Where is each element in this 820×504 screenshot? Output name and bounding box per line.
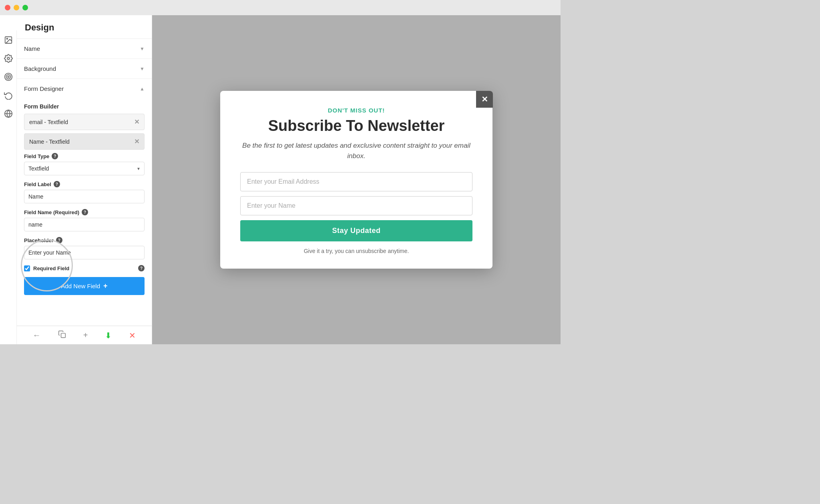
placeholder-label: Placeholder ? [24, 237, 145, 243]
background-section-header[interactable]: Background ▼ [17, 59, 152, 78]
required-help-icon[interactable]: ? [138, 265, 145, 271]
modal: ✕ DON'T MISS OUT! Subscribe To Newslette… [220, 91, 492, 269]
sidebar: Design Name ▼ Background ▼ Form Designe [0, 15, 152, 344]
titlebar [0, 0, 561, 15]
svg-point-5 [8, 76, 9, 78]
close-button[interactable] [5, 5, 10, 10]
background-section-label: Background [24, 65, 56, 72]
duplicate-icon[interactable] [58, 330, 66, 340]
plus-icon[interactable]: + [83, 331, 88, 340]
form-designer-section: Form Designer ▲ Form Builder email - Tex… [17, 79, 152, 326]
sidebar-header: Design [17, 15, 152, 39]
add-field-label: Add New Field [61, 283, 100, 289]
canvas: ✕ DON'T MISS OUT! Subscribe To Newslette… [152, 15, 561, 344]
field-type-label: Field Type ? [24, 153, 145, 159]
add-field-button[interactable]: Add New Field + [24, 277, 145, 295]
maximize-button[interactable] [22, 5, 28, 10]
name-chevron-icon: ▼ [140, 46, 145, 52]
modal-close-button[interactable]: ✕ [476, 91, 493, 108]
name-section-label: Name [24, 45, 40, 52]
svg-point-1 [6, 38, 8, 39]
email-input[interactable] [240, 172, 472, 191]
settings-icon[interactable] [3, 53, 14, 64]
name-input[interactable] [240, 196, 472, 215]
form-designer-chevron-icon: ▲ [140, 86, 145, 92]
email-field-label: email - Textfield [29, 119, 68, 125]
placeholder-help-icon[interactable]: ? [56, 237, 62, 243]
modal-pretitle: DON'T MISS OUT! [240, 107, 472, 114]
required-field-label: Required Field [24, 265, 69, 271]
name-field-item[interactable]: Name - Textfield ✕ [24, 133, 145, 150]
target-icon[interactable] [3, 71, 14, 82]
email-field-item[interactable]: email - Textfield ✕ [24, 114, 145, 130]
field-name-group: Field Name (Required) ? [24, 209, 145, 231]
submit-button[interactable]: Stay Updated [240, 220, 472, 241]
field-label-label: Field Label ? [24, 181, 145, 187]
name-remove-button[interactable]: ✕ [134, 138, 139, 145]
field-name-help-icon[interactable]: ? [82, 209, 88, 215]
field-type-select[interactable]: Textfield Email Textarea [24, 162, 145, 175]
field-name-label: Field Name (Required) ? [24, 209, 145, 215]
sidebar-inner: Design Name ▼ Background ▼ Form Designe [17, 15, 152, 344]
delete-icon[interactable]: ✕ [129, 331, 136, 340]
form-designer-content: Form Builder email - Textfield ✕ Name - … [17, 98, 152, 325]
form-builder-title: Form Builder [24, 98, 145, 114]
field-type-group: Field Type ? Textfield Email Textarea [24, 153, 145, 175]
minimize-button[interactable] [14, 5, 19, 10]
globe-icon[interactable] [3, 108, 14, 119]
sidebar-bottom: ← + ⬇ ✕ [17, 326, 152, 344]
form-designer-section-header[interactable]: Form Designer ▲ [17, 79, 152, 98]
image-icon[interactable] [3, 34, 14, 46]
background-section: Background ▼ [17, 59, 152, 79]
design-title: Design [25, 22, 144, 33]
field-name-input[interactable] [24, 218, 145, 231]
placeholder-input[interactable] [24, 246, 145, 259]
name-section: Name ▼ [17, 39, 152, 59]
download-icon[interactable]: ⬇ [105, 331, 112, 340]
field-type-help-icon[interactable]: ? [52, 153, 58, 159]
required-field-group: Required Field ? [24, 265, 145, 271]
name-field-label: Name - Textfield [29, 139, 70, 145]
svg-rect-8 [61, 333, 65, 338]
modal-title: Subscribe To Newsletter [240, 117, 472, 135]
app-body: Design Name ▼ Background ▼ Form Designe [0, 15, 561, 344]
back-icon[interactable]: ← [33, 331, 41, 340]
sidebar-left-icons [0, 30, 17, 344]
email-remove-button[interactable]: ✕ [134, 118, 139, 126]
close-icon: ✕ [481, 94, 488, 104]
svg-point-4 [6, 75, 10, 79]
background-chevron-icon: ▼ [140, 66, 145, 72]
name-section-header[interactable]: Name ▼ [17, 39, 152, 58]
required-field-checkbox[interactable] [24, 265, 30, 271]
add-icon: + [103, 282, 108, 290]
modal-footer: Give it a try, you can unsubscribe anyti… [240, 248, 472, 254]
history-icon[interactable] [3, 90, 14, 101]
svg-point-2 [7, 57, 10, 60]
field-label-help-icon[interactable]: ? [54, 181, 60, 187]
field-type-select-wrapper: Textfield Email Textarea [24, 162, 145, 175]
field-label-input[interactable] [24, 190, 145, 203]
modal-subtitle: Be the first to get latest updates and e… [240, 141, 472, 161]
placeholder-group: Placeholder ? [24, 237, 145, 259]
field-label-group: Field Label ? [24, 181, 145, 203]
form-designer-label: Form Designer [24, 85, 64, 92]
